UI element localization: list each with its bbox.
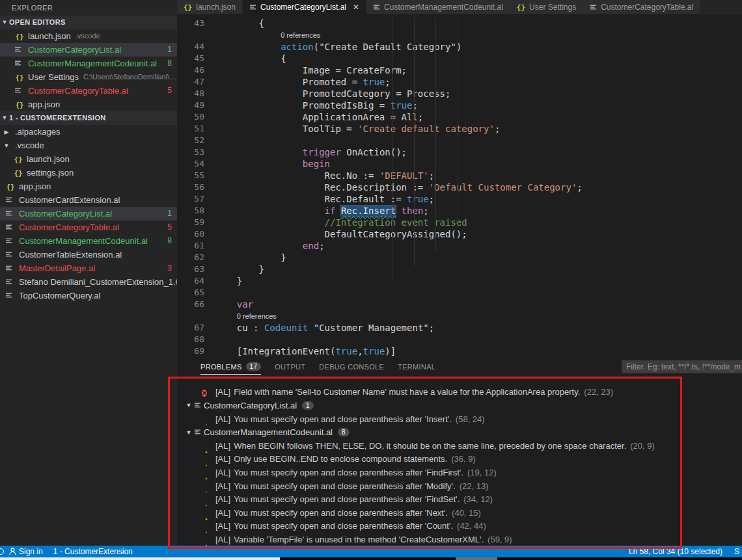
- code-text: DefaultCategoryAssigned();: [212, 228, 467, 240]
- code-text: }: [212, 252, 286, 263]
- sidebar-item-stefano-demiliani-customerextension-1-0-0-0-[interactable]: Stefano Demiliani_CustomerExtension_1.0.…: [0, 275, 177, 289]
- code-line-60[interactable]: 60 DefaultCategoryAssigned();: [177, 228, 742, 240]
- sidebar-item-app-json[interactable]: {}app.json: [0, 180, 177, 193]
- problem-row[interactable]: [AL]Only use BEGIN..END to enclose compo…: [177, 453, 742, 466]
- code-text: Promoted = true;: [212, 76, 391, 88]
- code-line-68[interactable]: 68: [177, 334, 742, 345]
- line-number: 51: [177, 123, 212, 135]
- code-line-62[interactable]: 62 }: [177, 252, 742, 263]
- problem-message: Variable 'TempFile' is unused in the met…: [234, 535, 484, 544]
- sidebar-item-customermanagementcodeunit-al[interactable]: CustomerManagementCodeunit.al8: [0, 57, 177, 70]
- code-line-55[interactable]: 55 Rec.No := 'DEFAULT';: [177, 170, 742, 181]
- json-braces-icon: {}: [14, 70, 25, 84]
- close-icon[interactable]: ✕: [353, 3, 359, 11]
- problem-source: [AL]: [215, 508, 230, 518]
- tab-user-settings[interactable]: {}User Settings: [510, 0, 583, 14]
- problem-row[interactable]: [AL]You must specify open and close pare…: [177, 479, 742, 493]
- file-lines-icon: [194, 429, 201, 436]
- problem-source: [AL]: [215, 387, 230, 397]
- code-line-45[interactable]: 45 {: [177, 53, 742, 64]
- problem-row[interactable]: [AL]When BEGIN follows THEN, ELSE, DO, i…: [177, 439, 742, 453]
- code-line-65[interactable]: 65: [177, 287, 742, 299]
- file-label: launch.json: [27, 152, 70, 166]
- code-line-47[interactable]: 47 Promoted = true;: [177, 76, 742, 88]
- line-number: 63: [177, 263, 212, 275]
- tab-launch-json[interactable]: {}launch.json: [177, 0, 243, 14]
- problem-group-customercategorylist-al[interactable]: ▼CustomerCategoryList.al1: [177, 399, 742, 412]
- code-line-56[interactable]: 56 Rec.Description := 'Default Customer …: [177, 181, 742, 193]
- json-braces-icon: {}: [14, 98, 25, 111]
- open-editors-header[interactable]: ▼ OPEN EDITORS: [0, 16, 177, 29]
- code-line-53[interactable]: 53 trigger OnAction();: [177, 146, 742, 158]
- code-line-44[interactable]: 44 action("Create Default Category"): [177, 41, 742, 53]
- problem-row[interactable]: [AL]You must specify open and close pare…: [177, 506, 742, 520]
- problem-source: [AL]: [215, 521, 230, 531]
- code-line-69[interactable]: 69 [IntegrationEvent(true,true)]: [177, 345, 742, 357]
- code-text: PromotedIsBig = true;: [212, 100, 418, 111]
- sidebar-item-launch-json[interactable]: {}launch.json: [0, 152, 177, 166]
- code-editor[interactable]: 43 {0 references44 action("Create Defaul…: [177, 14, 742, 359]
- sidebar-item--vscode[interactable]: ▼.vscode: [0, 139, 177, 152]
- problem-row[interactable]: [AL]You must specify open and close pare…: [177, 466, 742, 479]
- line-number: 44: [177, 41, 212, 53]
- line-number: 50: [177, 111, 212, 123]
- sidebar-item-customercategorytable-al[interactable]: CustomerCategoryTable.al5: [0, 84, 177, 98]
- sidebar-item-customercategorytable-al[interactable]: CustomerCategoryTable.al5: [0, 220, 177, 234]
- sidebar-item-customercategorylist-al[interactable]: CustomerCategoryList.al1: [0, 207, 177, 220]
- sidebar-item-topcustomerquery-al[interactable]: TopCustomerQuery.al: [0, 289, 177, 302]
- sidebar-item--alpackages[interactable]: ▶.alpackages: [0, 125, 177, 139]
- problem-row[interactable]: [AL]You must specify open and close pare…: [177, 412, 742, 426]
- indent-guide: [458, 18, 458, 228]
- sidebar-item-launch-json[interactable]: {}launch.json.vscode: [0, 29, 177, 43]
- sign-in-button[interactable]: Sign in: [9, 547, 43, 556]
- problem-row[interactable]: ✕[AL]Field with name 'Sell-to Customer N…: [177, 386, 742, 399]
- code-line-46[interactable]: 46 Image = CreateForm;: [177, 64, 742, 76]
- codelens-references[interactable]: 0 references: [177, 310, 742, 322]
- code-line-54[interactable]: 54 begin: [177, 158, 742, 170]
- line-number: 45: [177, 53, 212, 64]
- code-line-64[interactable]: 64 }: [177, 275, 742, 287]
- code-line-66[interactable]: 66 var: [177, 299, 742, 310]
- json-braces-icon: {}: [14, 29, 25, 43]
- problem-row[interactable]: [AL]You must specify open and close pare…: [177, 492, 742, 506]
- line-number: 66: [177, 299, 212, 310]
- problem-count-badge: 8: [167, 234, 172, 248]
- code-line-58[interactable]: 58 if Rec.Insert then;: [177, 205, 742, 217]
- problem-group-customermanagementcodeunit-al[interactable]: ▼CustomerManagementCodeunit.al8: [177, 425, 742, 439]
- code-line-50[interactable]: 50 ApplicationArea = All;: [177, 111, 742, 123]
- sidebar-item-settings-json[interactable]: {}settings.json: [0, 166, 177, 180]
- problem-row[interactable]: [AL]Variable 'TempFile' is unused in the…: [177, 533, 742, 546]
- codelens-references[interactable]: 0 references: [177, 29, 742, 41]
- sidebar-item-app-json[interactable]: {}app.json: [0, 98, 177, 111]
- folder-header[interactable]: ▼ 1 - CUSTOMEREXTENSION: [0, 111, 177, 125]
- sidebar-item-customertableextension-al[interactable]: CustomerTableExtension.al: [0, 248, 177, 261]
- sidebar-item-customercardextension-al[interactable]: CustomerCardExtension.al: [0, 193, 177, 207]
- code-line-67[interactable]: 67 cu : Codeunit "Customer Management";: [177, 322, 742, 334]
- code-line-63[interactable]: 63 }: [177, 263, 742, 275]
- code-line-51[interactable]: 51 ToolTip = 'Create default category';: [177, 123, 742, 135]
- workspace-name[interactable]: 1 - CustomerExtension: [53, 547, 133, 556]
- code-line-52[interactable]: 52: [177, 135, 742, 146]
- sidebar-item-customermanagementcodeunit-al[interactable]: CustomerManagementCodeunit.al8: [0, 234, 177, 248]
- code-line-61[interactable]: 61 end;: [177, 240, 742, 252]
- code-line-59[interactable]: 59 //Integration event raised: [177, 217, 742, 228]
- code-line-43[interactable]: 43 {: [177, 18, 742, 29]
- code-line-48[interactable]: 48 PromotedCategory = Process;: [177, 88, 742, 100]
- sidebar-item-masterdetailpage-al[interactable]: MasterDetailPage.al3: [0, 261, 177, 275]
- code-line-57[interactable]: 57 Rec.Default := true;: [177, 193, 742, 205]
- tab-customercategorytable-al[interactable]: CustomerCategoryTable.al: [583, 0, 700, 14]
- cursor-position-indicator[interactable]: Ln 58, Col 34 (10 selected): [629, 546, 722, 557]
- tab-customercategorylist-al[interactable]: CustomerCategoryList.al✕: [243, 0, 366, 14]
- line-number: 46: [177, 64, 212, 76]
- sidebar-explorer: EXPLORER ▼ OPEN EDITORS {}launch.json.vs…: [0, 0, 177, 546]
- file-label: CustomerManagementCodeunit.al: [28, 57, 157, 70]
- file-label: Stefano Demiliani_CustomerExtension_1.0.…: [19, 275, 177, 289]
- problems-filter-input[interactable]: [622, 360, 742, 373]
- sidebar-item-user-settings[interactable]: {}User SettingsC:\Users\StefanoDemiliani…: [0, 70, 177, 84]
- code-line-49[interactable]: 49 PromotedIsBig = true;: [177, 100, 742, 111]
- problem-row[interactable]: [AL]You must specify open and close pare…: [177, 520, 742, 533]
- file-label: CustomerTableExtension.al: [19, 248, 122, 261]
- tab-customermanagementcodeunit-al[interactable]: CustomerManagementCodeunit.al: [366, 0, 510, 14]
- tab-label: launch.json: [196, 3, 236, 12]
- sidebar-item-customercategorylist-al[interactable]: CustomerCategoryList.al1: [0, 43, 177, 57]
